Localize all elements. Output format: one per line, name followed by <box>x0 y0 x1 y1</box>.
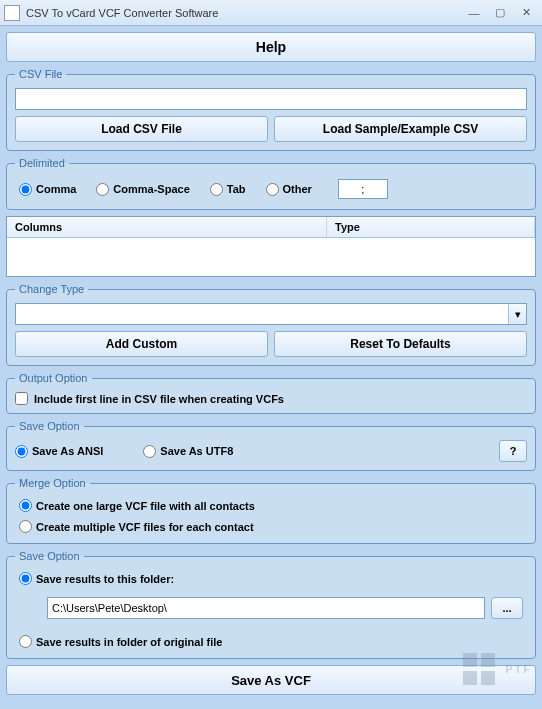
save-loc-legend: Save Option <box>15 550 84 562</box>
titlebar: CSV To vCard VCF Converter Software — ▢ … <box>0 0 542 26</box>
save-as-vcf-button[interactable]: Save As VCF <box>6 665 536 695</box>
type-combo-input[interactable] <box>16 304 508 324</box>
app-icon <box>4 5 20 21</box>
include-first-line-checkbox[interactable]: Include first line in CSV file when crea… <box>15 392 527 405</box>
delimited-legend: Delimited <box>15 157 69 169</box>
save-encoding-group: Save Option Save As ANSI Save As UTF8 ? <box>6 420 536 471</box>
radio-save-original[interactable]: Save results in folder of original file <box>19 635 523 648</box>
col-header-type: Type <box>327 217 535 237</box>
csv-file-group: CSV File Load CSV File Load Sample/Examp… <box>6 68 536 151</box>
delimited-group: Delimited Comma Comma-Space Tab Other <box>6 157 536 210</box>
output-legend: Output Option <box>15 372 92 384</box>
maximize-button[interactable]: ▢ <box>488 5 512 21</box>
minimize-button[interactable]: — <box>462 5 486 21</box>
save-enc-legend: Save Option <box>15 420 84 432</box>
window-title: CSV To vCard VCF Converter Software <box>26 7 460 19</box>
radio-ansi[interactable]: Save As ANSI <box>15 445 103 458</box>
load-csv-button[interactable]: Load CSV File <box>15 116 268 142</box>
reset-defaults-button[interactable]: Reset To Defaults <box>274 331 527 357</box>
change-type-group: Change Type ▾ Add Custom Reset To Defaul… <box>6 283 536 366</box>
csv-legend: CSV File <box>15 68 66 80</box>
browse-button[interactable]: ... <box>491 597 523 619</box>
encoding-help-button[interactable]: ? <box>499 440 527 462</box>
grid-body[interactable] <box>7 238 535 276</box>
radio-utf8[interactable]: Save As UTF8 <box>143 445 233 458</box>
columns-grid[interactable]: Columns Type <box>6 216 536 277</box>
change-type-legend: Change Type <box>15 283 88 295</box>
folder-path-input[interactable] <box>47 597 485 619</box>
csv-path-input[interactable] <box>15 88 527 110</box>
radio-comma[interactable]: Comma <box>19 183 76 196</box>
load-sample-button[interactable]: Load Sample/Example CSV <box>274 116 527 142</box>
close-button[interactable]: ✕ <box>514 5 538 21</box>
radio-comma-space[interactable]: Comma-Space <box>96 183 189 196</box>
save-location-group: Save Option Save results to this folder:… <box>6 550 536 659</box>
merge-option-group: Merge Option Create one large VCF file w… <box>6 477 536 544</box>
radio-other[interactable]: Other <box>266 183 312 196</box>
col-header-columns: Columns <box>7 217 327 237</box>
type-combo[interactable]: ▾ <box>15 303 527 325</box>
merge-legend: Merge Option <box>15 477 90 489</box>
radio-save-folder[interactable]: Save results to this folder: <box>19 572 523 585</box>
output-option-group: Output Option Include first line in CSV … <box>6 372 536 414</box>
grid-header: Columns Type <box>7 217 535 238</box>
content-area: Help CSV File Load CSV File Load Sample/… <box>0 26 542 701</box>
radio-merge-multi[interactable]: Create multiple VCF files for each conta… <box>19 520 523 533</box>
radio-merge-one[interactable]: Create one large VCF file with all conta… <box>19 499 523 512</box>
other-delim-input[interactable] <box>338 179 388 199</box>
add-custom-button[interactable]: Add Custom <box>15 331 268 357</box>
chevron-down-icon[interactable]: ▾ <box>508 304 526 324</box>
radio-tab[interactable]: Tab <box>210 183 246 196</box>
help-button[interactable]: Help <box>6 32 536 62</box>
